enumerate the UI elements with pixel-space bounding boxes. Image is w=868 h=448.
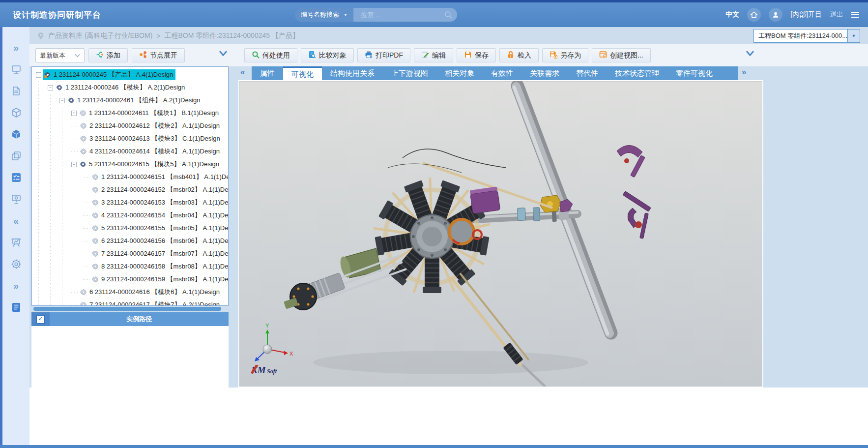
search-input[interactable]	[360, 11, 442, 19]
save-as-button[interactable]: 另存为	[542, 48, 588, 62]
save-button[interactable]: 保存	[457, 48, 496, 62]
user-icon[interactable]	[769, 8, 782, 22]
main-toolbar-expand-icon[interactable]	[746, 50, 754, 59]
tree-node[interactable]: 4 231124-000024614 【模块4】 A.1(1)Design	[32, 145, 228, 158]
chevron-down-icon[interactable]: ▼	[847, 30, 860, 42]
current-user-label[interactable]: [内部]开目	[790, 10, 822, 19]
tree-node-content[interactable]: 3 231124-000024613 【模块3】 C.1(1)Design	[79, 133, 223, 144]
tab-上下游视图[interactable]: 上下游视图	[383, 66, 436, 80]
print-pdf-button[interactable]: 打印PDF	[357, 48, 410, 62]
tree-node[interactable]: 2 231124-0000246152 【msbr02】 A.1(1)Desig…	[32, 183, 228, 196]
tree-node[interactable]: +1 231124-000024611 【模块1】 B.1(1)Design	[32, 107, 228, 119]
tree-h-scrollbar-thumb[interactable]	[33, 307, 221, 311]
tree-node[interactable]: 9 231124-0000246159 【msbr09】 A.1(1)Desig…	[32, 273, 228, 286]
tree-node-content[interactable]: 5 231124-000024615 【模块5】 A.1(1)Design	[78, 159, 222, 170]
version-dropdown[interactable]: 最新版本	[35, 48, 85, 62]
gear-outline-icon	[92, 250, 99, 257]
tree-node[interactable]: −1 231124-0000246 【模块】 A.2(1)Design	[32, 81, 228, 94]
tree-node[interactable]: −5 231124-000024615 【模块5】 A.1(1)Design	[32, 158, 228, 171]
monitor-icon[interactable]	[10, 63, 22, 75]
tab-零件可视化[interactable]: 零件可视化	[667, 66, 721, 80]
tree-node-content[interactable]: 4 231124-000024614 【模块4】 A.1(1)Design	[79, 146, 222, 157]
checkin-button[interactable]: 检入	[499, 48, 539, 62]
tab-相关对象[interactable]: 相关对象	[436, 66, 483, 80]
home-icon[interactable]	[747, 8, 761, 22]
collapse-panel-icon[interactable]: «	[10, 215, 22, 227]
tree-node[interactable]: 6 231124-0000246156 【msbr06】 A.1(1)Desig…	[32, 235, 228, 247]
tab-属性[interactable]: 属性	[252, 66, 283, 80]
language-switch[interactable]: 中文	[725, 10, 739, 19]
document-icon[interactable]	[10, 85, 22, 97]
monitor-eye-icon[interactable]	[10, 193, 22, 205]
checklist-icon[interactable]	[10, 172, 22, 183]
tab-有效性[interactable]: 有效性	[483, 66, 521, 80]
expand-node-button[interactable]: 节点展开	[132, 48, 185, 62]
create-view-button[interactable]: 创建视图...	[592, 48, 651, 62]
collapse-expander-icon[interactable]: −	[59, 98, 65, 103]
menu-icon[interactable]	[851, 12, 859, 18]
tree-node-content[interactable]: 5 231124-0000246155 【msbr05】 A.1(1)Desig…	[90, 223, 229, 234]
expand-expander-icon[interactable]: +	[71, 111, 77, 116]
tree-node[interactable]: 3 231124-000024613 【模块3】 C.1(1)Design	[32, 132, 228, 145]
tree-node[interactable]: 7 231124-000024617 【模块7】 A.2(1)Design	[32, 299, 228, 306]
breadcrumb-root[interactable]: 产品资料库 (高科电子行业/EBOM)	[48, 31, 152, 40]
tree-node-content[interactable]: 6 231124-0000246156 【msbr06】 A.1(1)Desig…	[90, 236, 229, 246]
3d-model-viewport[interactable]: Y X KM Soft	[239, 81, 762, 387]
tree-node[interactable]: −1 231124-00002461 【组件】 A.2(1)Design	[32, 94, 228, 107]
logout-button[interactable]: 退出	[830, 10, 843, 19]
instance-path-checkbox[interactable]: ✓	[36, 315, 45, 324]
tree-indent-guide	[36, 286, 48, 299]
tree-node-content[interactable]: 4 231124-0000246154 【msbr04】 A.1(1)Desig…	[90, 210, 229, 221]
tabs-scroll-right-icon[interactable]: »	[742, 67, 746, 77]
tree-node[interactable]: 1 231124-0000246151 【msb401】 A.1(1)Desig…	[32, 171, 228, 183]
tree-node-content[interactable]: 1 231124-0000246151 【msb401】 A.1(1)Desig…	[90, 172, 229, 182]
cube-outline-icon[interactable]	[10, 107, 22, 119]
gear-outline-icon	[80, 301, 87, 306]
tree-node-content[interactable]: 2 231124-0000246152 【msbr02】 A.1(1)Desig…	[90, 184, 229, 195]
tree-node[interactable]: 7 231124-0000246157 【msbr07】 A.1(1)Desig…	[32, 247, 228, 260]
cube-solid-icon[interactable]	[10, 128, 22, 140]
tab-结构使用关系[interactable]: 结构使用关系	[322, 66, 383, 80]
search-category-dropdown[interactable]: 编号名称搜索 ▼	[295, 8, 354, 22]
presentation-icon[interactable]	[10, 237, 22, 248]
tree-node[interactable]: −1 231124-0000245 【产品】 A.4(1)Design	[32, 68, 228, 81]
instance-path-button[interactable]: 实例路径	[50, 312, 229, 326]
tree-node[interactable]: 6 231124-000024616 【模块6】 A.1(1)Design	[32, 286, 228, 299]
tree-node-content[interactable]: 8 231124-0000246158 【msbr08】 A.1(1)Desig…	[90, 261, 229, 272]
edit-button[interactable]: 编辑	[414, 48, 453, 62]
tree-node-content[interactable]: 3 231124-0000246153 【msbr03】 A.1(1)Desig…	[90, 197, 229, 208]
view-selector-dropdown[interactable]: 工程BOM 零组件:231124-000... ▼	[753, 29, 860, 43]
tree-node-selected[interactable]: 1 231124-0000245 【产品】 A.4(1)Design	[43, 69, 175, 80]
search-icon[interactable]	[444, 10, 453, 21]
tab-替代件[interactable]: 替代件	[568, 66, 607, 80]
where-used-button[interactable]: 何处使用	[244, 48, 297, 62]
gear-icon[interactable]	[10, 258, 22, 270]
tab-关联需求[interactable]: 关联需求	[521, 66, 568, 80]
layers-icon[interactable]	[10, 150, 22, 162]
tree-node-content[interactable]: 1 231124-0000246 【模块】 A.2(1)Design	[55, 82, 187, 93]
expand-more-icon[interactable]: »	[10, 280, 22, 292]
tree-node-content[interactable]: 6 231124-000024616 【模块6】 A.1(1)Design	[79, 287, 222, 298]
tree-node-content[interactable]: 7 231124-000024617 【模块7】 A.2(1)Design	[79, 299, 222, 306]
add-button[interactable]: 添加	[88, 48, 128, 62]
tree-node[interactable]: 3 231124-0000246153 【msbr03】 A.1(1)Desig…	[32, 196, 228, 209]
tree-node-content[interactable]: 7 231124-0000246157 【msbr07】 A.1(1)Desig…	[90, 248, 229, 259]
tree-node-content[interactable]: 9 231124-0000246159 【msbr09】 A.1(1)Desig…	[90, 274, 229, 285]
tree-node[interactable]: 4 231124-0000246154 【msbr04】 A.1(1)Desig…	[32, 209, 228, 222]
tab-可视化[interactable]: 可视化	[283, 66, 322, 80]
compare-button[interactable]: 比较对象	[301, 48, 354, 62]
tree-toolbar-expand-icon[interactable]	[219, 50, 228, 59]
tab-技术状态管理[interactable]: 技术状态管理	[607, 66, 667, 80]
tree-node-content[interactable]: 1 231124-000024611 【模块1】 B.1(1)Design	[78, 108, 221, 119]
tabs-scroll-left-icon[interactable]: «	[240, 67, 245, 77]
tree-node[interactable]: 5 231124-0000246155 【msbr05】 A.1(1)Desig…	[32, 222, 228, 235]
tree-node[interactable]: 8 231124-0000246158 【msbr08】 A.1(1)Desig…	[32, 260, 228, 273]
collapse-expander-icon[interactable]: −	[48, 85, 53, 90]
tree-node-content[interactable]: 2 231124-000024612 【模块2】 A.1(1)Design	[79, 120, 222, 131]
tree-node-content[interactable]: 1 231124-00002461 【组件】 A.2(1)Design	[66, 95, 203, 106]
expand-panel-icon[interactable]: »	[10, 42, 22, 54]
collapse-expander-icon[interactable]: −	[71, 162, 77, 167]
collapse-expander-icon[interactable]: −	[36, 72, 41, 78]
tree-node[interactable]: 2 231124-000024612 【模块2】 A.1(1)Design	[32, 119, 228, 132]
notebook-icon[interactable]	[10, 301, 22, 313]
